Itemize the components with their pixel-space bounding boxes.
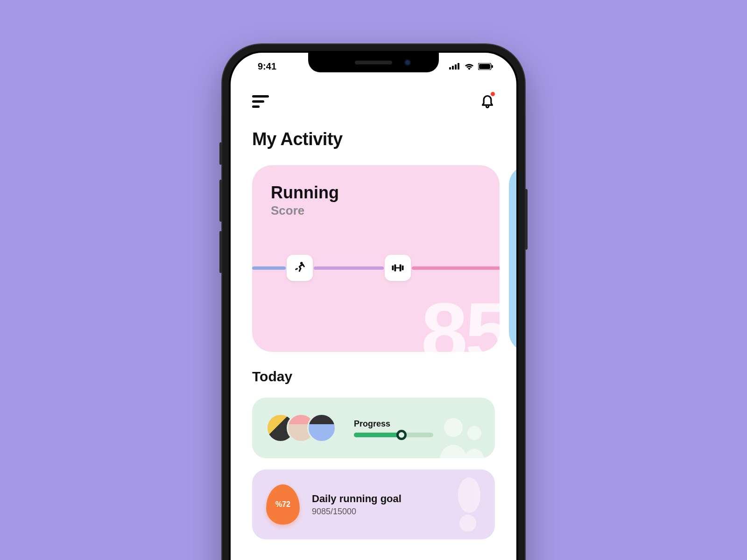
activity-score-number: 85 bbox=[421, 290, 500, 352]
timeline-segment bbox=[314, 266, 384, 270]
wifi-icon bbox=[464, 63, 474, 70]
svg-rect-5 bbox=[479, 64, 490, 69]
avatar-group[interactable] bbox=[266, 413, 336, 442]
goal-subtitle: 9085/15000 bbox=[312, 507, 402, 517]
power-button bbox=[525, 189, 528, 250]
goal-percent-badge: %72 bbox=[266, 484, 300, 525]
timeline-node-running[interactable] bbox=[287, 255, 313, 281]
svg-rect-1 bbox=[452, 66, 454, 70]
activity-card-title: Running bbox=[271, 183, 481, 203]
avatar[interactable] bbox=[307, 413, 336, 442]
app-header bbox=[231, 80, 516, 113]
volume-up-button bbox=[219, 180, 222, 222]
app-screen: 9:41 bbox=[231, 53, 516, 560]
svg-rect-12 bbox=[402, 266, 404, 270]
phone-frame: 9:41 bbox=[222, 44, 525, 560]
timeline-segment bbox=[412, 266, 500, 270]
notch bbox=[308, 53, 439, 72]
dumbbell-icon bbox=[391, 261, 405, 275]
svg-rect-6 bbox=[492, 65, 493, 68]
status-indicators bbox=[449, 63, 493, 70]
progress-card[interactable]: Progress bbox=[252, 398, 495, 458]
cellular-icon bbox=[449, 63, 460, 70]
svg-rect-10 bbox=[396, 267, 400, 269]
goal-percent-value: %72 bbox=[275, 500, 290, 509]
svg-rect-11 bbox=[400, 265, 402, 272]
goal-card[interactable]: %72 Daily running goal 9085/15000 bbox=[252, 469, 495, 539]
running-icon bbox=[293, 261, 307, 275]
activity-card-next[interactable] bbox=[509, 165, 516, 352]
progress-label: Progress bbox=[354, 419, 433, 429]
timeline-segment bbox=[252, 266, 286, 270]
svg-point-13 bbox=[444, 418, 463, 437]
progress-bar-fill bbox=[354, 433, 402, 437]
status-time: 9:41 bbox=[258, 61, 276, 72]
svg-point-16 bbox=[459, 515, 476, 532]
goal-title: Daily running goal bbox=[312, 493, 402, 505]
svg-point-7 bbox=[300, 262, 303, 265]
svg-rect-9 bbox=[395, 265, 396, 272]
page-title: My Activity bbox=[231, 113, 516, 152]
battery-icon bbox=[478, 63, 493, 70]
activity-timeline bbox=[252, 254, 500, 282]
svg-rect-2 bbox=[455, 64, 457, 70]
menu-icon[interactable] bbox=[252, 95, 269, 108]
svg-rect-3 bbox=[458, 63, 459, 70]
timeline-node-weights[interactable] bbox=[385, 255, 411, 281]
progress-bar[interactable] bbox=[354, 433, 433, 437]
notification-dot-icon bbox=[491, 92, 495, 96]
people-icon bbox=[432, 414, 488, 458]
progress-block: Progress bbox=[354, 419, 433, 437]
activity-card-subtitle: Score bbox=[271, 203, 481, 218]
activity-cards-row[interactable]: Running Score 85 bbox=[231, 152, 516, 352]
svg-rect-0 bbox=[449, 67, 451, 70]
svg-rect-8 bbox=[392, 266, 394, 270]
section-title-today: Today bbox=[231, 352, 516, 388]
activity-card-running[interactable]: Running Score 85 bbox=[252, 165, 500, 352]
footprint-icon bbox=[448, 474, 486, 535]
svg-point-15 bbox=[458, 477, 480, 513]
notifications-button[interactable] bbox=[480, 93, 495, 111]
mute-switch bbox=[219, 142, 222, 165]
progress-knob[interactable] bbox=[396, 430, 407, 440]
volume-down-button bbox=[219, 231, 222, 273]
svg-point-14 bbox=[467, 426, 481, 440]
